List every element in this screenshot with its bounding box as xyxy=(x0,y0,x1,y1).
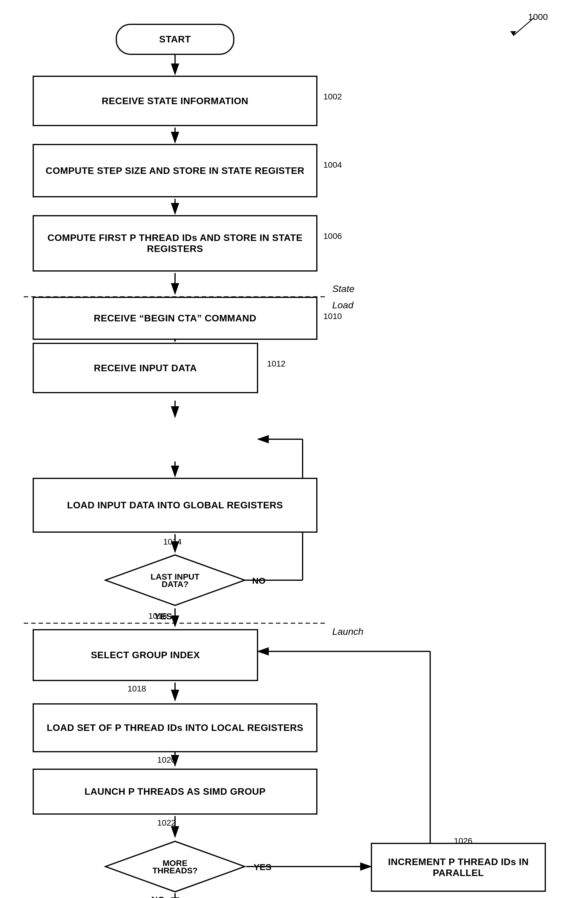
ref-1004: 1004 xyxy=(323,160,342,170)
no-label-1016: NO xyxy=(252,576,266,586)
node-1026: INCREMENT P THREAD IDs IN PARALLEL xyxy=(371,843,546,892)
state-label: State xyxy=(332,283,355,294)
node-1026-label: INCREMENT P THREAD IDs IN PARALLEL xyxy=(372,856,545,878)
node-1010: RECEIVE “BEGIN CTA” COMMAND xyxy=(33,297,318,340)
node-1020-label: LOAD SET OF P THREAD IDs INTO LOCAL REGI… xyxy=(46,722,303,733)
node-1004: COMPUTE STEP SIZE AND STORE IN STATE REG… xyxy=(33,144,318,197)
node-1014-label: LOAD INPUT DATA INTO GLOBAL REGISTERS xyxy=(67,500,283,511)
node-1022: LAUNCH P THREADS AS SIMD GROUP xyxy=(33,769,318,815)
node-1006: COMPUTE FIRST P THREAD IDs AND STORE IN … xyxy=(33,215,318,272)
ref-1018: 1018 xyxy=(127,684,146,693)
load-label: Load xyxy=(332,300,353,311)
launch-label: Launch xyxy=(332,626,364,637)
node-1014: LOAD INPUT DATA INTO GLOBAL REGISTERS xyxy=(33,478,318,533)
ref-1020: 1020 xyxy=(157,755,176,765)
ref-1000: 1000 xyxy=(528,12,548,22)
ref-1006: 1006 xyxy=(323,231,342,241)
node-1006-label: COMPUTE FIRST P THREAD IDs AND STORE IN … xyxy=(34,229,316,257)
node-1018-label: SELECT GROUP INDEX xyxy=(91,650,200,661)
ref-1000-area xyxy=(490,9,564,54)
node-1002: RECEIVE STATE INFORMATION xyxy=(33,76,318,126)
svg-text:THREADS?: THREADS? xyxy=(152,866,198,875)
arrows-svg xyxy=(0,0,588,898)
diamond-1024: MORE THREADS? xyxy=(104,840,246,893)
ref-1010: 1010 xyxy=(323,312,342,321)
diamond-1016: LAST INPUT DATA? xyxy=(104,554,246,607)
start-node: START xyxy=(116,24,234,55)
start-label: START xyxy=(159,34,191,45)
ref-1014: 1014 xyxy=(163,537,181,547)
yes-label-1024: YES xyxy=(254,862,272,872)
ref-1022: 1022 xyxy=(157,818,176,828)
no-label-1024: NO xyxy=(151,895,165,898)
node-1004-label: COMPUTE STEP SIZE AND STORE IN STATE REG… xyxy=(43,162,307,179)
node-1018: SELECT GROUP INDEX xyxy=(33,629,258,681)
node-1010-label: RECEIVE “BEGIN CTA” COMMAND xyxy=(94,313,256,324)
yes-label-1016: YES xyxy=(154,611,172,621)
ref-1026: 1026 xyxy=(454,836,472,846)
node-1022-label: LAUNCH P THREADS AS SIMD GROUP xyxy=(84,786,266,797)
node-1002-label: RECEIVE STATE INFORMATION xyxy=(102,95,248,106)
node-1012-label: RECEIVE INPUT DATA xyxy=(94,363,197,374)
diagram-container: 1000 START RECEIVE STATE INFORMATION 100… xyxy=(0,0,588,898)
node-1012: RECEIVE INPUT DATA xyxy=(33,343,258,393)
ref-1012: 1012 xyxy=(267,359,286,369)
node-1020: LOAD SET OF P THREAD IDs INTO LOCAL REGI… xyxy=(33,703,318,752)
ref-1002: 1002 xyxy=(323,92,342,101)
svg-text:DATA?: DATA? xyxy=(162,580,189,589)
